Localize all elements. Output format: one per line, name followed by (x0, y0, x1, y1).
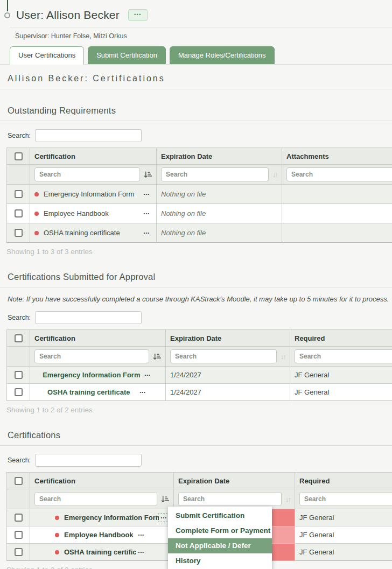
row-actions-button[interactable]: ••• (142, 372, 152, 378)
row-checkbox[interactable] (15, 190, 23, 198)
outstanding-search-input[interactable] (35, 129, 142, 142)
tab-user-certifications[interactable]: User Certifications (10, 46, 84, 65)
sort-toggle-icon[interactable]: ↓↑ (285, 495, 290, 503)
status-dot-icon (34, 231, 39, 235)
column-header-expiration[interactable]: Expiration Date (157, 148, 282, 165)
column-header-expiration[interactable]: Expiration Date (166, 330, 290, 347)
expiration-value: 1/24/2027 (166, 384, 290, 401)
attachments-filter-input[interactable] (286, 167, 392, 181)
supervisor-line: Supervisor: Hunter Folse, Mitzi Orkus (0, 32, 392, 40)
certification-filter-input[interactable] (34, 167, 140, 181)
row-checkbox[interactable] (15, 531, 23, 539)
column-header-certification[interactable]: Certification (30, 330, 166, 347)
row-checkbox[interactable] (15, 209, 23, 217)
row-actions-button[interactable]: ••• (142, 230, 152, 236)
table-row: Emergency Information Form ••• Nothing o… (7, 185, 392, 204)
sort-amount-icon[interactable] (153, 353, 161, 361)
menu-item-submit-certification[interactable]: Submit Certification (168, 508, 272, 523)
sort-toggle-icon[interactable]: ↓↑ (281, 353, 285, 361)
tree-node-circle (4, 12, 10, 18)
outstanding-table: Certification Expiration Date Attachment… (6, 147, 392, 243)
menu-item-complete-form-or-payment[interactable]: Complete Form or Payment (168, 523, 272, 538)
status-dot-icon (55, 516, 59, 520)
menu-item-not-applicable-defer[interactable]: Not Applicable / Defer (168, 538, 272, 553)
expiration-filter-input[interactable] (178, 492, 282, 506)
ellipsis-icon: ••• (144, 211, 150, 216)
tree-connector-line (7, 0, 8, 11)
moodle-note: Note: If you have successfully completed… (8, 295, 392, 303)
sort-toggle-icon[interactable]: ↓↑ (272, 171, 277, 179)
required-filter-input[interactable] (299, 492, 392, 506)
table-filter-row: ↓↑ ↓↑ (7, 347, 392, 367)
row-actions-button[interactable]: ••• (142, 210, 152, 217)
outstanding-requirements-heading: Outstanding Requirements (8, 106, 392, 116)
submitted-search-input[interactable] (35, 311, 142, 324)
status-dot-icon (34, 192, 39, 196)
ellipsis-icon: ••• (144, 192, 150, 196)
sort-amount-icon[interactable] (161, 495, 169, 503)
required-value: JF General (290, 384, 392, 401)
table-filter-row: ↓↑ ↓↑ (7, 489, 392, 509)
select-all-checkbox[interactable] (15, 477, 23, 485)
required-value: JF General (295, 544, 392, 561)
table-filter-row: ↓↑ ↓↑ (7, 165, 392, 185)
column-header-required[interactable]: Required (295, 473, 392, 489)
certification-filter-input[interactable] (34, 349, 149, 363)
row-checkbox[interactable] (15, 229, 23, 237)
column-header-certification[interactable]: Certification (30, 473, 174, 489)
certification-filter-input[interactable] (34, 492, 157, 506)
table-header-row: Certification Expiration Date Required (7, 330, 392, 347)
column-header-attachments[interactable]: Attachments (282, 148, 392, 165)
row-checkbox[interactable] (15, 388, 23, 396)
certifications-search-input[interactable] (35, 454, 142, 467)
table-row: OSHA training certificate ••• Nothing on… (7, 223, 392, 243)
required-value: JF General (295, 526, 392, 544)
expiration-value: Nothing on file (157, 204, 282, 223)
search-label: Search: (8, 132, 31, 139)
section-divider (0, 445, 392, 446)
ellipsis-icon: ••• (139, 390, 145, 395)
menu-item-history[interactable]: History (168, 553, 272, 568)
tab-manage-roles-certifications[interactable]: Manage Roles/Certifications (170, 46, 275, 64)
ellipsis-icon: ••• (144, 230, 150, 235)
user-actions-button[interactable]: ••• (128, 9, 148, 21)
certifications-heading: Certifications (8, 430, 392, 440)
certification-name: Employee Handbook (64, 531, 134, 539)
user-header: User: Allison Becker ••• (0, 0, 392, 22)
tab-submit-certification[interactable]: Submit Certification (88, 46, 166, 64)
status-dot-icon (55, 533, 59, 537)
certification-name: OSHA training certificate (47, 388, 130, 396)
sort-amount-icon[interactable] (144, 171, 152, 179)
row-checkbox[interactable] (15, 371, 23, 379)
certifications-page-heading: Allison Becker: Certifications (8, 74, 392, 83)
row-checkbox[interactable] (15, 548, 23, 556)
column-header-expiration[interactable]: Expiration Date (174, 473, 295, 489)
certification-name: OSHA training certificate (64, 548, 136, 556)
column-header-certification[interactable]: Certification (30, 148, 157, 165)
select-all-checkbox[interactable] (15, 334, 23, 342)
row-actions-button[interactable]: ••• (136, 532, 146, 538)
heading-divider (0, 89, 392, 89)
row-actions-button[interactable]: ••• (137, 389, 148, 396)
expiration-value: Nothing on file (157, 185, 282, 204)
column-header-required[interactable]: Required (290, 330, 392, 347)
certification-name: Emergency Information Form (44, 190, 134, 198)
ellipsis-icon: ••• (161, 515, 167, 520)
expiration-value: 1/24/2027 (166, 367, 290, 384)
ellipsis-icon: ••• (138, 550, 144, 554)
row-checkbox[interactable] (15, 514, 23, 522)
table-row: Employee Handbook ••• Nothing on file (7, 204, 392, 223)
table-row: OSHA training certificate ••• 1/24/2027 … (7, 384, 392, 401)
row-actions-button[interactable]: ••• (142, 191, 152, 198)
search-label: Search: (8, 314, 31, 321)
certification-name: Emergency Information Form (43, 371, 140, 379)
expiration-filter-input[interactable] (170, 349, 277, 363)
ellipsis-icon: ••• (138, 532, 144, 537)
required-filter-input[interactable] (295, 349, 392, 363)
ellipsis-icon: ••• (134, 12, 142, 17)
ellipsis-icon: ••• (144, 373, 150, 377)
select-all-checkbox[interactable] (15, 152, 23, 160)
row-actions-button[interactable]: ••• (136, 549, 146, 556)
submitted-table: Certification Expiration Date Required ↓… (6, 329, 392, 401)
expiration-filter-input[interactable] (161, 167, 269, 181)
